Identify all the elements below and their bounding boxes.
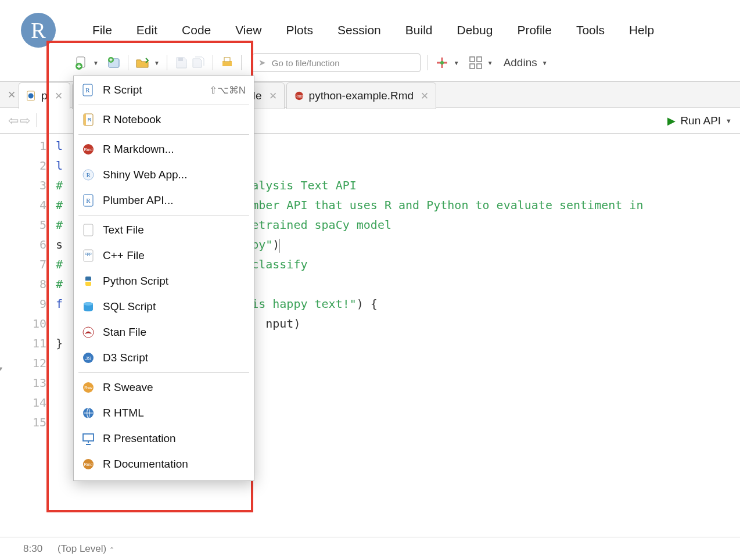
dropdown-caret-icon[interactable]: ▼ xyxy=(154,60,160,66)
shiny-icon: R xyxy=(82,168,95,181)
svg-text:cpp: cpp xyxy=(85,252,91,256)
line-number: 4 xyxy=(0,195,46,215)
menu-item-text-file[interactable]: Text File xyxy=(74,217,254,243)
print-icon[interactable] xyxy=(220,56,234,70)
run-api-button[interactable]: ▶ Run API ▼ xyxy=(667,114,732,127)
rmd-icon: Rmd xyxy=(294,91,304,101)
save-all-icon[interactable] xyxy=(192,56,206,70)
r-plumber-icon xyxy=(26,91,37,101)
panes-icon[interactable] xyxy=(469,56,483,70)
menu-file[interactable]: File xyxy=(80,20,124,41)
close-tab-icon[interactable]: ✕ xyxy=(421,90,429,102)
close-tab-icon[interactable]: ✕ xyxy=(55,90,63,102)
menu-debug[interactable]: Debug xyxy=(444,20,505,41)
line-number: 6 xyxy=(0,235,46,254)
menu-tools[interactable]: Tools xyxy=(564,20,617,41)
menu-code[interactable]: Code xyxy=(170,20,223,41)
svg-rect-22 xyxy=(84,114,86,125)
menu-item-stan-file[interactable]: Stan File xyxy=(74,320,254,345)
tab-python-example-rmd[interactable]: Rmdpython-example.Rmd✕ xyxy=(286,82,437,109)
grid-toggle-icon[interactable] xyxy=(435,56,449,70)
goto-file-input[interactable]: ➤ Go to file/function xyxy=(252,53,421,72)
close-all-tabs-icon[interactable]: ✕ xyxy=(5,82,19,107)
menu-item-label: D3 Script xyxy=(103,351,246,364)
menu-profile[interactable]: Profile xyxy=(505,20,564,41)
menu-item-r-sweave[interactable]: RswR Sweave xyxy=(74,375,254,400)
dropdown-caret-icon[interactable]: ▼ xyxy=(454,60,459,66)
svg-rect-30 xyxy=(84,224,93,236)
svg-point-13 xyxy=(28,94,34,99)
dropdown-caret-icon[interactable]: ▼ xyxy=(93,60,99,66)
menu-item-label: SQL Script xyxy=(103,300,246,313)
menu-session[interactable]: Session xyxy=(325,20,393,41)
menu-item-r-markdown[interactable]: RmdR Markdown... xyxy=(74,137,254,162)
line-number: 12▼ xyxy=(0,353,46,373)
menu-help[interactable]: Help xyxy=(617,20,666,41)
scope-indicator: (Top Level) ⌃ xyxy=(58,543,114,555)
svg-text:JS: JS xyxy=(85,356,92,361)
svg-rect-10 xyxy=(470,64,475,69)
menu-item-c-file[interactable]: cppC++ File xyxy=(74,243,254,268)
menu-view[interactable]: View xyxy=(223,20,274,41)
svg-rect-41 xyxy=(83,434,94,441)
menu-item-label: Shiny Web App... xyxy=(103,168,246,181)
status-bar: 8:30 (Top Level) ⌃ xyxy=(0,537,740,560)
menu-item-r-script[interactable]: RR Script⇧⌥⌘N xyxy=(74,77,254,103)
line-number: 9 xyxy=(0,294,46,314)
menu-edit[interactable]: Edit xyxy=(124,20,170,41)
menu-separator xyxy=(78,372,249,373)
goto-placeholder: Go to file/function xyxy=(272,58,340,68)
rstudio-logo: R xyxy=(21,13,56,48)
menu-build[interactable]: Build xyxy=(393,20,445,41)
tab-p[interactable]: p✕ xyxy=(19,82,70,109)
line-number: 3 xyxy=(0,175,46,195)
new-file-icon[interactable] xyxy=(74,56,88,70)
menu-item-label: Text File xyxy=(103,224,246,236)
menu-item-sql-script[interactable]: SQL Script xyxy=(74,294,254,320)
line-number: 13 xyxy=(0,373,46,393)
close-tab-icon[interactable]: ✕ xyxy=(269,90,277,102)
menu-item-label: R Markdown... xyxy=(103,143,246,156)
rsweave-icon: Rsw xyxy=(82,381,95,394)
menu-item-r-html[interactable]: R HTML xyxy=(74,400,254,426)
menu-item-label: R Notebook xyxy=(103,113,246,126)
save-icon[interactable] xyxy=(174,56,188,70)
menu-item-r-notebook[interactable]: RR Notebook xyxy=(74,107,254,132)
r-icon: R xyxy=(82,84,95,96)
line-number: 1 xyxy=(0,136,46,156)
svg-text:Rsw: Rsw xyxy=(84,386,93,390)
svg-text:Rmd: Rmd xyxy=(84,148,93,152)
menu-separator xyxy=(78,134,249,135)
svg-point-34 xyxy=(84,302,93,306)
python-icon xyxy=(82,275,95,288)
svg-rect-9 xyxy=(477,57,482,62)
menu-item-d3-script[interactable]: JSD3 Script xyxy=(74,345,254,371)
menu-separator xyxy=(78,105,249,105)
dropdown-caret-icon: ▼ xyxy=(542,60,548,66)
new-project-icon[interactable] xyxy=(107,56,121,70)
menu-item-r-documentation[interactable]: RmdR Documentation xyxy=(74,451,254,477)
menu-item-label: R Documentation xyxy=(103,458,246,471)
line-number: 2 xyxy=(0,156,46,175)
menu-item-r-presentation[interactable]: R Presentation xyxy=(74,426,254,451)
nav-back-icon[interactable]: ⇦ xyxy=(8,113,19,128)
menu-item-label: R HTML xyxy=(103,407,246,419)
svg-rect-8 xyxy=(470,57,475,62)
svg-text:R: R xyxy=(85,87,90,94)
goto-arrow-icon: ➤ xyxy=(258,58,266,68)
rpresentation-icon xyxy=(82,432,95,445)
menu-plots[interactable]: Plots xyxy=(274,20,325,41)
new-file-dropdown: RR Script⇧⌥⌘NRR NotebookRmdR Markdown...… xyxy=(73,76,254,481)
menu-item-python-script[interactable]: Python Script xyxy=(74,268,254,294)
menu-item-shiny-web-app[interactable]: RShiny Web App... xyxy=(74,162,254,188)
menu-item-plumber-api[interactable]: RPlumber API... xyxy=(74,188,254,213)
line-number: 5 xyxy=(0,215,46,235)
menu-item-label: R Sweave xyxy=(103,381,246,394)
nav-forward-icon[interactable]: ⇨ xyxy=(20,113,30,128)
addins-button[interactable]: Addins ▼ xyxy=(504,56,548,69)
line-number: 10 xyxy=(0,314,46,333)
main-toolbar: ▼ ▼ ➤ Go to file/function ▼ ▼ Addins ▼ xyxy=(0,50,740,76)
dropdown-caret-icon[interactable]: ▼ xyxy=(487,60,493,66)
line-number: 11 xyxy=(0,333,46,353)
open-file-icon[interactable] xyxy=(135,56,149,70)
